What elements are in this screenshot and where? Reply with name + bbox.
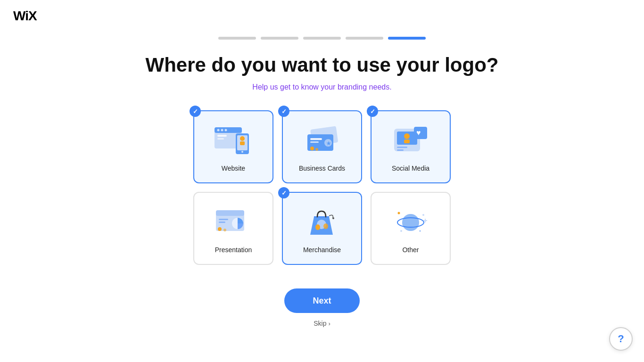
svg-text:★: ★	[326, 140, 331, 146]
other-icon	[387, 204, 434, 241]
option-website-label: Website	[222, 165, 245, 172]
svg-rect-31	[219, 222, 225, 223]
skip-label: Skip	[314, 320, 326, 327]
svg-point-36	[315, 224, 320, 230]
option-presentation-label: Presentation	[215, 246, 252, 254]
page-subtitle: Help us get to know your branding needs.	[252, 83, 391, 91]
next-button[interactable]: Next	[284, 288, 360, 313]
svg-text:♥: ♥	[416, 129, 421, 137]
option-business-cards[interactable]: ✓ ★ Business Cards	[282, 110, 362, 183]
svg-point-37	[323, 223, 328, 229]
page-title: Where do you want to use your logo?	[145, 54, 498, 76]
option-merchandise-label: Merchandise	[303, 246, 341, 254]
check-badge-website: ✓	[190, 106, 201, 117]
skip-arrow-icon: ›	[328, 320, 330, 327]
skip-link[interactable]: Skip ›	[314, 320, 330, 327]
svg-point-44	[420, 230, 421, 231]
progress-step-3	[303, 37, 341, 40]
svg-point-18	[310, 147, 314, 150]
help-icon: ?	[618, 333, 624, 345]
svg-point-34	[223, 229, 226, 231]
progress-step-1	[218, 37, 256, 40]
option-business-cards-label: Business Cards	[299, 165, 345, 172]
svg-point-40	[402, 214, 419, 231]
options-grid: ✓	[193, 110, 451, 265]
presentation-icon	[210, 204, 257, 241]
social-media-icon: ♥	[387, 122, 434, 160]
svg-rect-26	[397, 147, 407, 148]
svg-rect-15	[310, 141, 319, 143]
option-website[interactable]: ✓	[193, 110, 273, 183]
option-other[interactable]: ✓ Other	[371, 192, 451, 265]
svg-rect-14	[310, 138, 322, 140]
business-cards-icon: ★	[298, 122, 346, 160]
svg-rect-5	[217, 135, 227, 137]
header: WiX	[0, 0, 644, 32]
check-badge-merchandise: ✓	[278, 187, 289, 198]
svg-point-3	[221, 129, 223, 131]
svg-point-19	[315, 148, 318, 151]
website-icon	[210, 122, 257, 160]
option-social-media-label: Social Media	[392, 165, 429, 172]
svg-rect-29	[216, 210, 244, 216]
progress-step-4	[346, 37, 383, 40]
svg-point-42	[398, 212, 400, 214]
svg-point-24	[404, 133, 410, 139]
svg-point-10	[240, 136, 245, 141]
svg-rect-11	[240, 141, 245, 145]
main-content: Where do you want to use your logo? Help…	[0, 40, 644, 327]
svg-point-38	[332, 217, 334, 219]
wix-logo: WiX	[13, 8, 37, 24]
merchandise-icon	[298, 204, 346, 241]
svg-rect-6	[217, 138, 224, 140]
svg-point-43	[422, 214, 424, 216]
progress-step-5	[388, 37, 426, 40]
check-badge-business-cards: ✓	[278, 106, 289, 117]
svg-rect-25	[404, 140, 410, 143]
svg-point-4	[225, 129, 227, 131]
help-button[interactable]: ?	[609, 327, 633, 351]
svg-point-45	[400, 230, 402, 232]
option-social-media[interactable]: ✓ ♥ Social Media	[371, 110, 451, 183]
svg-rect-30	[219, 219, 228, 220]
svg-point-2	[217, 129, 220, 131]
option-other-label: Other	[402, 246, 419, 254]
svg-rect-27	[397, 149, 404, 151]
svg-point-33	[218, 227, 222, 231]
progress-step-2	[261, 37, 298, 40]
check-badge-social-media: ✓	[367, 106, 378, 117]
svg-point-9	[241, 151, 243, 153]
option-presentation[interactable]: ✓ Presentation	[193, 192, 273, 265]
option-merchandise[interactable]: ✓ Merchandise	[282, 192, 362, 265]
